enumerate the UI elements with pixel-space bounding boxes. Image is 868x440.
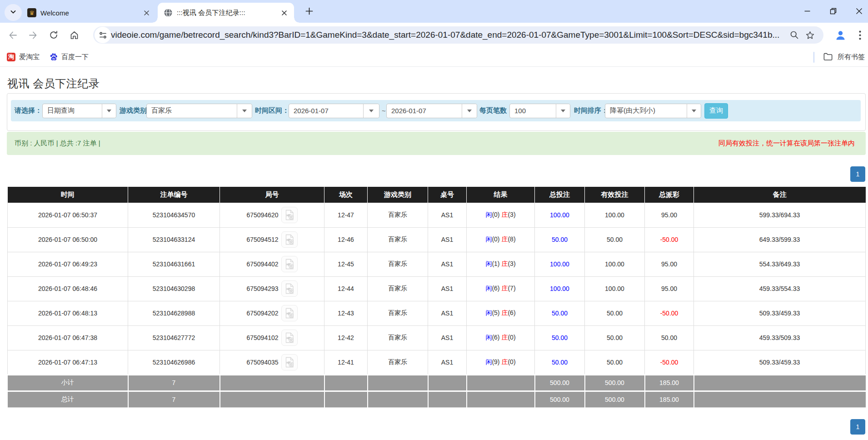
banker-result-score: (3) [508,211,515,218]
browser-menu-button[interactable] [853,27,867,43]
bookmarks-bar: 淘 爱淘宝 du 百度一下 [0,47,868,67]
date-end-input[interactable] [387,104,462,118]
time-sort-dropdown-button[interactable] [687,104,701,118]
round-cell: 675094402 [246,256,297,272]
cell-table-no: AS1 [428,350,467,375]
cell-table-no: AS1 [428,325,467,350]
pagination-page-1-top[interactable]: 1 [850,166,865,182]
cell-valid-bet: 50.00 [585,301,645,325]
reload-button[interactable] [44,25,64,45]
caret-down-icon [561,110,565,112]
video-replay-button[interactable] [281,280,298,297]
cell-total-bet[interactable]: 100.00 [535,203,585,227]
bookmark-baidu[interactable]: du 百度一下 [50,50,89,64]
cell-total-bet[interactable]: 50.00 [535,301,585,325]
cell-payout: -50.00 [645,350,694,375]
video-replay-button[interactable] [281,354,298,370]
header-table-no: 桌号 [428,187,467,203]
video-replay-button[interactable] [281,330,298,346]
cell-payout: 95.00 [645,203,694,227]
bookmark-star-button[interactable] [802,27,818,43]
video-file-icon [284,308,295,319]
cell-result: 闲(0) 庄(8) [467,227,535,252]
back-button[interactable] [3,25,23,45]
bookmark-taobao[interactable]: 淘 爱淘宝 [7,50,40,64]
banker-result-score: (0) [508,334,515,341]
player-result-score: (6) [492,334,499,341]
tab-close-icon[interactable] [141,7,152,18]
cell-time: 2026-01-07 06:48:13 [8,301,128,325]
tab-betrecord[interactable]: :::视讯 会员下注纪录::: [158,3,294,23]
player-result-label: 闲 [485,260,492,267]
home-button[interactable] [64,25,84,45]
kebab-menu-icon [859,30,861,40]
window-minimize-button[interactable] [794,0,820,22]
per-page-input[interactable] [510,104,556,118]
round-id-text: 675094293 [246,285,278,292]
forward-arrow-icon [28,30,38,40]
video-replay-button[interactable] [281,207,298,223]
zoom-indicator-button[interactable] [787,27,802,43]
baidu-paw-icon: du [50,53,58,61]
profile-avatar-button[interactable] [832,27,848,43]
banker-result-label: 庄 [501,235,508,243]
per-page-dropdown-button[interactable] [556,104,570,118]
video-replay-button[interactable] [281,305,298,321]
player-result-score: (0) [492,235,499,243]
summary-empty-cell [467,391,535,407]
site-settings-button[interactable] [95,27,111,43]
video-replay-button[interactable] [281,256,298,272]
video-file-icon [284,357,295,368]
back-arrow-icon [8,30,18,40]
cell-total-bet[interactable]: 50.00 [535,325,585,350]
select-type-input[interactable] [43,104,102,118]
round-id-text: 675094035 [246,359,278,366]
page-title: 视讯 会员下注纪录 [7,76,100,91]
cell-total-bet[interactable]: 100.00 [535,252,585,276]
cell-game-type: 百家乐 [368,252,428,276]
game-type-dropdown-button[interactable] [237,104,252,118]
cell-total-bet[interactable]: 50.00 [535,227,585,252]
new-tab-button[interactable] [301,4,317,20]
select-type-dropdown-button[interactable] [102,104,116,118]
cell-time: 2026-01-07 06:49:23 [8,252,128,276]
total-count: 7 [128,391,220,407]
cell-game-type: 百家乐 [368,227,428,252]
tab-search-button[interactable] [5,4,22,21]
browser-toolbar: videoie.com/game/betrecord_search/kind3?… [0,23,868,47]
summary-empty-cell [368,375,428,391]
url-text[interactable]: videoie.com/game/betrecord_search/kind3?… [111,30,787,40]
cell-total-bet[interactable]: 100.00 [535,276,585,301]
omnibox[interactable]: videoie.com/game/betrecord_search/kind3?… [93,26,823,44]
cell-total-bet[interactable]: 50.00 [535,350,585,375]
subtotal-payout: 185.00 [645,375,694,391]
query-button[interactable]: 查询 [704,103,728,119]
currency-summary-text: 币别 : 人民币 | 总共 :7 注单 | [15,139,100,148]
cell-time: 2026-01-07 06:47:13 [8,350,128,375]
all-bookmarks-label: 所有书签 [838,53,865,61]
pagination-page-1-bottom[interactable]: 1 [850,419,865,435]
date-end-dropdown-button[interactable] [462,104,477,118]
window-restore-button[interactable] [820,0,846,22]
cell-session: 12-42 [324,325,368,350]
game-type-input[interactable] [147,104,237,118]
round-id-text: 675094402 [246,260,278,268]
cell-valid-bet: 100.00 [585,252,645,276]
player-result-label: 闲 [485,309,492,316]
all-bookmarks-button[interactable]: 所有书签 [823,50,865,64]
video-replay-button[interactable] [281,231,298,248]
tab-welcome[interactable]: ♛ Welcome [22,3,156,23]
time-sort-input[interactable] [605,104,687,118]
cell-time: 2026-01-07 06:48:46 [8,276,128,301]
table-row: 2026-01-07 06:49:23 523104631661 6750944… [8,252,866,276]
date-start-dropdown-button[interactable] [363,104,379,118]
window-close-button[interactable] [846,0,868,22]
cell-time: 2026-01-07 06:47:38 [8,325,128,350]
forward-button[interactable] [23,25,43,45]
cell-round-id: 675094202 [220,301,324,325]
cell-note: 649.33/599.33 [694,227,866,252]
tab-close-icon[interactable] [279,7,289,18]
date-start-input[interactable] [289,104,363,118]
summary-empty-cell [220,375,324,391]
cell-result: 闲(1) 庄(3) [467,252,535,276]
